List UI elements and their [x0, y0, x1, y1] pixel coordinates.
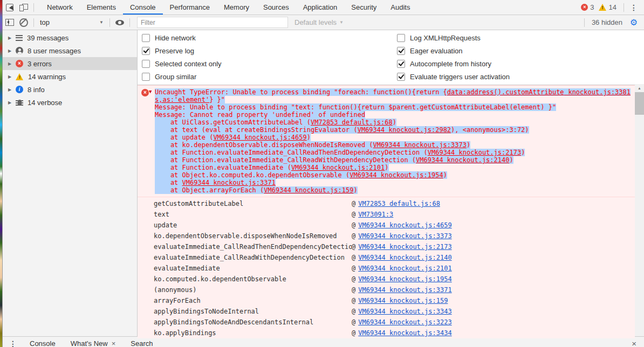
checkbox-checked[interactable] — [397, 73, 405, 81]
setting-eager-evaluation[interactable]: Eager evaluation — [397, 44, 644, 57]
error-line: at Function.evaluateImmediate_CallReadWi… — [155, 156, 631, 164]
live-expression-button[interactable] — [113, 16, 127, 30]
main-toolbar: NetworkElementsConsolePerformanceMemoryS… — [3, 0, 644, 15]
expand-arrow-icon[interactable]: ▶ — [8, 61, 16, 66]
tab-console[interactable]: Console — [123, 1, 163, 15]
drawer-menu-icon[interactable]: ⋮ — [9, 339, 17, 347]
inspect-element-button[interactable] — [3, 1, 17, 15]
error-badge-icon[interactable]: × — [581, 4, 588, 11]
setting-autocomplete-from-history[interactable]: Autocomplete from history — [397, 57, 644, 70]
inspect-cursor-icon — [6, 4, 13, 11]
clear-console-button[interactable] — [17, 16, 31, 30]
expand-arrow-icon[interactable]: ▶ — [8, 100, 16, 105]
source-link[interactable]: VM69344 knockout.js:2101 — [291, 164, 385, 171]
source-link[interactable]: VM69344 knockout.js:1954 — [358, 275, 451, 283]
error-text: ) — [467, 141, 470, 149]
expand-arrow-icon[interactable]: ▶ — [8, 48, 16, 53]
checkbox-checked[interactable] — [397, 60, 405, 68]
checkbox-unchecked[interactable] — [142, 34, 150, 42]
source-link[interactable]: VM72853 default.js:68 — [358, 200, 440, 207]
stack-frame-name: ko.computed.ko.dependentObservable — [154, 275, 352, 283]
error-message[interactable]: × ▼ VM69344 knockout.js:3381Uncaught Typ… — [138, 85, 635, 197]
source-link[interactable]: VM69344 knockout.js:3223 — [358, 318, 451, 326]
source-link[interactable]: VM69344 knockout.js:3343 — [358, 308, 451, 315]
source-link[interactable]: VM69344 knockout.js:2173 — [358, 243, 451, 251]
tab-sources[interactable]: Sources — [256, 1, 296, 15]
expand-arrow-icon[interactable]: ▶ — [8, 87, 16, 92]
source-link[interactable]: VM72853 default.js:68 — [311, 119, 393, 126]
source-link[interactable]: VM69344 knockout.js:2101 — [358, 265, 451, 272]
log-levels-select[interactable]: Default levels ▼ — [294, 18, 344, 26]
scrollbar-up-arrow[interactable]: ▲ — [635, 84, 644, 92]
source-link[interactable]: VM69344 knockout.js:3371 — [358, 286, 451, 294]
setting-selected-context-only[interactable]: Selected context only — [142, 57, 393, 70]
source-link[interactable]: VM69344 knockout.js:159 — [358, 297, 448, 304]
device-toolbar-button[interactable] — [17, 1, 31, 15]
checkbox-checked[interactable] — [397, 47, 405, 55]
drawer-tab-console[interactable]: Console — [22, 336, 63, 347]
error-count: 3 — [590, 3, 594, 11]
sidebar-item-8-user-messages[interactable]: ▶8 user messages — [3, 44, 137, 57]
drawer-tab-what-s-new[interactable]: What's New× — [63, 336, 124, 347]
source-link[interactable]: VM69344 knockout.js:4659 — [213, 134, 306, 141]
close-tab-icon[interactable]: × — [112, 339, 116, 347]
checkbox-unchecked[interactable] — [142, 60, 150, 68]
source-link[interactable]: VM69344 knockout.js:2173 — [428, 149, 521, 156]
setting-hide-network[interactable]: Hide network — [142, 31, 393, 44]
setting-log-xmlhttprequests[interactable]: Log XMLHttpRequests — [397, 31, 644, 44]
tab-application[interactable]: Application — [296, 1, 345, 15]
expand-arrow-icon[interactable]: ▶ — [8, 36, 16, 40]
disclosure-triangle-icon[interactable]: ▼ — [149, 89, 152, 94]
source-link[interactable]: data:address().customAttribute — [447, 88, 564, 96]
source-link[interactable]: VM73091:3 — [358, 211, 393, 218]
source-link[interactable]: VM69344 knockout.js:3373 — [373, 141, 467, 149]
expand-arrow-icon[interactable]: ▶ — [8, 74, 16, 79]
scrollbar[interactable]: ▲ — [635, 84, 644, 336]
source-link[interactable]: VM69344 knockout.js:3373 — [358, 232, 451, 240]
setting-evaluate-triggers-user-activation[interactable]: Evaluate triggers user activation — [397, 70, 644, 83]
error-text: Uncaught TypeError: Unable to process bi… — [155, 88, 447, 96]
source-link[interactable]: VM69344 knockout.js:4659 — [358, 221, 451, 229]
scrollbar-thumb[interactable] — [635, 92, 644, 115]
checkbox-checked[interactable] — [142, 47, 150, 55]
devtools-menu-button[interactable]: ⋮ — [627, 1, 641, 15]
source-link[interactable]: VM69344 knockout.js:3434 — [358, 329, 451, 337]
stack-frame-row: ko.applyBindings@VM69344 knockout.js:343… — [138, 328, 635, 338]
sidebar-item-3-errors[interactable]: ▶×3 errors — [3, 57, 137, 70]
setting-preserve-log[interactable]: Preserve log — [142, 44, 393, 57]
error-text: at Function.evaluateImmediate ( — [155, 164, 291, 171]
setting-group-similar[interactable]: Group similar — [142, 70, 393, 83]
tab-network[interactable]: Network — [40, 1, 80, 15]
tab-performance[interactable]: Performance — [163, 1, 217, 15]
toggle-sidebar-button[interactable] — [3, 16, 17, 30]
source-link[interactable]: VM69344 knockout.js:2140 — [416, 156, 509, 164]
sidebar-item-39-messages[interactable]: ▶39 messages — [3, 31, 137, 44]
gear-icon: ⚙ — [630, 18, 638, 27]
console-settings-button[interactable]: ⚙ — [627, 16, 641, 30]
sidebar-item-14-verbose[interactable]: ▶14 verbose — [3, 96, 137, 109]
checkbox-unchecked[interactable] — [397, 34, 405, 42]
eye-icon — [115, 20, 124, 25]
at-symbol: @ — [352, 329, 355, 337]
source-link[interactable]: VM69344 knockout.js:2140 — [358, 254, 451, 261]
source-link[interactable]: VM69344 knockout.js:1954 — [350, 171, 443, 179]
tab-elements[interactable]: Elements — [80, 1, 123, 15]
sidebar-item-label: 8 user messages — [28, 47, 81, 55]
source-link[interactable]: VM69344 knockout.js:3371 — [182, 179, 276, 186]
checkbox-label: Preserve log — [155, 47, 194, 55]
tab-memory[interactable]: Memory — [217, 1, 256, 15]
source-link[interactable]: s,as:'element' — [155, 96, 209, 103]
source-link[interactable]: VM69344 knockout.js:2982 — [358, 126, 451, 134]
sidebar-item-8-info[interactable]: ▶i8 info — [3, 83, 137, 96]
at-symbol: @ — [352, 200, 355, 207]
checkbox-unchecked[interactable] — [142, 73, 150, 81]
javascript-context-select[interactable]: top ▼ — [37, 16, 107, 30]
tab-audits[interactable]: Audits — [383, 1, 417, 15]
sidebar-item-14-warnings[interactable]: ▶!14 warnings — [3, 70, 137, 83]
filter-input[interactable] — [137, 17, 288, 28]
source-link[interactable]: VM69344 knockout.js:159 — [264, 186, 353, 194]
drawer-tab-label: Console — [30, 339, 56, 347]
tab-security[interactable]: Security — [344, 1, 383, 15]
warning-badge-icon[interactable]: ! — [599, 4, 607, 11]
error-text: at — [155, 179, 182, 186]
